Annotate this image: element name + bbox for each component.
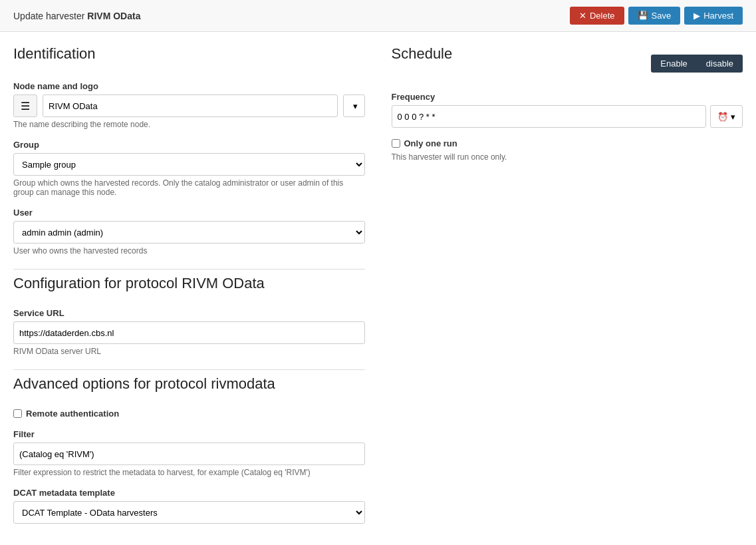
node-name-field-group: Node name and logo ☰ ▾ The name describi… xyxy=(13,81,365,129)
chevron-down-icon: ▾ xyxy=(353,101,358,111)
remote-auth-field-group: Remote authentication xyxy=(13,409,365,419)
node-name-input[interactable] xyxy=(43,94,338,117)
frequency-row: ⏰ ▾ xyxy=(392,105,743,128)
group-label: Group xyxy=(13,140,365,150)
frequency-field-group: Frequency ⏰ ▾ xyxy=(392,92,743,128)
top-bar: Update harvester RIVM OData ✕ Delete 💾 S… xyxy=(0,0,756,32)
main-content: Identification Node name and logo ☰ ▾ Th… xyxy=(0,32,756,545)
page-title: Update harvester RIVM OData xyxy=(13,11,140,21)
filter-hint: Filter expression to restrict the metada… xyxy=(13,468,365,477)
clock-dropdown-button[interactable]: ⏰ ▾ xyxy=(710,105,743,128)
advanced-section: Advanced options for protocol rivmodata … xyxy=(13,369,365,524)
dcat-field-group: DCAT metadata template DCAT Template - O… xyxy=(13,488,365,524)
remote-auth-label: Remote authentication xyxy=(26,409,119,419)
node-name-label: Node name and logo xyxy=(13,81,365,91)
only-one-run-checkbox-row: Only one run xyxy=(392,138,743,148)
schedule-title: Schedule xyxy=(392,45,453,68)
x-icon: ✕ xyxy=(579,11,586,21)
save-button[interactable]: 💾 Save xyxy=(628,7,681,25)
identification-title: Identification xyxy=(13,45,365,68)
schedule-actions: Enable disable xyxy=(651,55,743,73)
only-one-run-hint: This harvester will run once only. xyxy=(392,152,743,162)
group-select[interactable]: Sample group xyxy=(13,153,365,176)
user-hint: User who owns the harvested records xyxy=(13,246,365,256)
frequency-input[interactable] xyxy=(392,105,707,128)
configuration-section: Configuration for protocol RIVM OData Se… xyxy=(13,269,365,356)
node-name-row: ☰ ▾ xyxy=(13,94,365,117)
service-url-hint: RIVM OData server URL xyxy=(13,347,365,356)
filter-label: Filter xyxy=(13,429,365,439)
remote-auth-checkbox[interactable] xyxy=(13,409,22,418)
user-label: User xyxy=(13,208,365,218)
only-one-run-label: Only one run xyxy=(404,138,457,148)
advanced-title: Advanced options for protocol rivmodata xyxy=(13,369,365,398)
service-url-label: Service URL xyxy=(13,308,365,318)
only-one-run-checkbox[interactable] xyxy=(392,139,400,148)
dcat-label: DCAT metadata template xyxy=(13,488,365,498)
logo-dropdown-button[interactable]: ▾ xyxy=(343,94,365,117)
remote-auth-checkbox-row: Remote authentication xyxy=(13,409,365,419)
save-icon: 💾 xyxy=(638,11,648,21)
delete-button[interactable]: ✕ Delete xyxy=(570,7,624,25)
right-panel: Schedule Enable disable Frequency ⏰ ▾ On… xyxy=(392,45,743,534)
schedule-header: Schedule Enable disable xyxy=(392,45,743,81)
filter-input[interactable] xyxy=(13,443,365,465)
dcat-select[interactable]: DCAT Template - OData harvesters xyxy=(13,501,365,524)
configuration-title: Configuration for protocol RIVM OData xyxy=(13,269,365,297)
harvest-button[interactable]: ▶ Harvest xyxy=(684,7,743,25)
service-url-field-group: Service URL RIVM OData server URL xyxy=(13,308,365,356)
enable-button[interactable]: Enable xyxy=(651,55,696,73)
frequency-label: Frequency xyxy=(392,92,743,102)
hamburger-icon: ☰ xyxy=(21,100,30,112)
only-one-run-field-group: Only one run This harvester will run onc… xyxy=(392,138,743,162)
filter-field-group: Filter Filter expression to restrict the… xyxy=(13,429,365,477)
clock-chevron-icon: ▾ xyxy=(731,112,735,122)
node-icon-button[interactable]: ☰ xyxy=(13,94,37,117)
clock-icon: ⏰ xyxy=(717,112,728,122)
node-name-hint: The name describing the remote node. xyxy=(13,120,365,129)
left-panel: Identification Node name and logo ☰ ▾ Th… xyxy=(13,45,365,534)
user-field-group: User admin admin (admin) User who owns t… xyxy=(13,208,365,256)
group-hint: Group which owns the harvested records. … xyxy=(13,178,365,197)
group-field-group: Group Sample group Group which owns the … xyxy=(13,140,365,197)
service-url-input[interactable] xyxy=(13,321,365,344)
play-icon: ▶ xyxy=(693,11,700,21)
top-bar-actions: ✕ Delete 💾 Save ▶ Harvest xyxy=(570,7,743,25)
user-select[interactable]: admin admin (admin) xyxy=(13,221,365,244)
disable-button[interactable]: disable xyxy=(697,55,743,73)
